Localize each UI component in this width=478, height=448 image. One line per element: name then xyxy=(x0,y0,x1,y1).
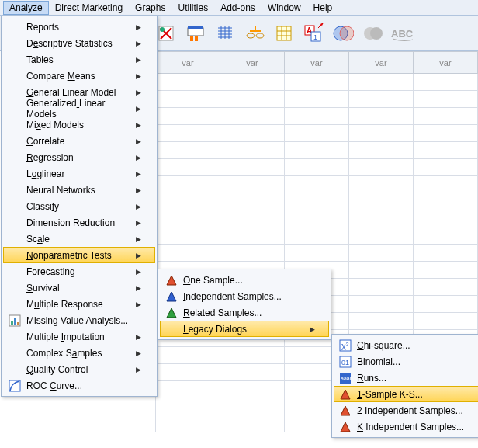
analyze-item-mixed-models[interactable]: Mixed Models▶ xyxy=(3,116,155,133)
cell[interactable] xyxy=(349,108,414,125)
cell[interactable] xyxy=(285,159,349,176)
cell[interactable] xyxy=(156,398,220,415)
cell[interactable] xyxy=(156,364,220,381)
menubar-item-analyze[interactable]: Analyze xyxy=(3,1,49,15)
cell[interactable] xyxy=(285,142,349,159)
cell[interactable] xyxy=(156,108,220,125)
cell[interactable] xyxy=(285,74,349,91)
legacy-item-binomial[interactable]: 01Binomial... xyxy=(334,353,478,370)
cell[interactable] xyxy=(414,193,478,210)
nonparam-item-independent-samples[interactable]: Independent Samples... xyxy=(160,288,329,304)
cell[interactable] xyxy=(285,125,349,142)
cell[interactable] xyxy=(285,91,349,108)
nonparam-item-legacy-dialogs[interactable]: Legacy Dialogs▶ xyxy=(160,321,329,337)
cell[interactable] xyxy=(220,381,285,398)
analyze-item-regression[interactable]: Regression▶ xyxy=(3,149,155,165)
analyze-item-classify[interactable]: Classify▶ xyxy=(3,198,155,214)
cell[interactable] xyxy=(285,108,349,125)
analyze-item-scale[interactable]: Scale▶ xyxy=(3,231,155,247)
analyze-item-multiple-response[interactable]: Multiple Response▶ xyxy=(3,296,155,312)
menubar-item-help[interactable]: Help xyxy=(307,1,339,15)
cell[interactable] xyxy=(156,176,220,193)
cell[interactable] xyxy=(349,313,414,330)
cell[interactable] xyxy=(349,245,414,262)
cell[interactable] xyxy=(220,142,285,159)
cell[interactable] xyxy=(156,142,220,159)
cell[interactable] xyxy=(349,279,414,296)
analyze-item-loglinear[interactable]: Loglinear▶ xyxy=(3,165,155,182)
cell[interactable] xyxy=(220,193,285,210)
toolbar-icon-2[interactable] xyxy=(185,23,206,44)
toolbar-icon-3[interactable] xyxy=(214,23,236,44)
cell[interactable] xyxy=(156,91,220,108)
analyze-item-tables[interactable]: Tables▶ xyxy=(3,51,155,68)
legacy-item-2-independent-samples[interactable]: 2 Independent Samples... xyxy=(334,402,478,418)
analyze-item-descriptive-statistics[interactable]: Descriptive Statistics▶ xyxy=(3,35,155,51)
menubar-item-direct-marketing[interactable]: Direct Marketing xyxy=(49,1,129,15)
toolbar-icon-7[interactable] xyxy=(332,23,354,44)
toolbar-icon-6[interactable]: A1 xyxy=(303,23,324,44)
legacy-item-chi-square[interactable]: χ²Chi-square... xyxy=(334,337,478,353)
cell[interactable] xyxy=(349,193,414,210)
cell[interactable] xyxy=(414,313,478,330)
cell[interactable] xyxy=(349,296,414,313)
cell[interactable] xyxy=(414,210,478,227)
menubar-item-utilities[interactable]: Utilities xyxy=(171,1,214,15)
menubar-item-window[interactable]: Window xyxy=(262,1,307,15)
cell[interactable] xyxy=(414,262,478,279)
analyze-item-generalized-linear-models[interactable]: Generalized Linear Models▶ xyxy=(3,100,155,116)
cell[interactable] xyxy=(349,262,414,279)
cell[interactable] xyxy=(414,125,478,142)
analyze-item-neural-networks[interactable]: Neural Networks▶ xyxy=(3,182,155,198)
nonparam-item-related-samples[interactable]: Related Samples... xyxy=(160,304,329,321)
analyze-item-roc-curve[interactable]: ROC Curve... xyxy=(3,377,155,394)
cell[interactable] xyxy=(156,415,220,432)
cell[interactable] xyxy=(349,142,414,159)
toolbar-icon-1[interactable] xyxy=(155,23,177,44)
cell[interactable] xyxy=(349,91,414,108)
cell[interactable] xyxy=(156,245,220,262)
cell[interactable] xyxy=(414,159,478,176)
cell[interactable] xyxy=(156,347,220,364)
cell[interactable] xyxy=(349,210,414,227)
cell[interactable] xyxy=(156,381,220,398)
column-header[interactable]: var xyxy=(220,52,285,74)
column-header[interactable]: var xyxy=(349,52,414,74)
cell[interactable] xyxy=(414,227,478,245)
cell[interactable] xyxy=(285,193,349,210)
cell[interactable] xyxy=(285,210,349,227)
cell[interactable] xyxy=(220,415,285,432)
cell[interactable] xyxy=(285,176,349,193)
cell[interactable] xyxy=(220,176,285,193)
analyze-item-complex-samples[interactable]: Complex Samples▶ xyxy=(3,345,155,361)
cell[interactable] xyxy=(220,227,285,245)
cell[interactable] xyxy=(414,245,478,262)
analyze-item-multiple-imputation[interactable]: Multiple Imputation▶ xyxy=(3,328,155,345)
analyze-item-forecasting[interactable]: Forecasting▶ xyxy=(3,263,155,280)
cell[interactable] xyxy=(220,91,285,108)
cell[interactable] xyxy=(220,245,285,262)
cell[interactable] xyxy=(220,108,285,125)
cell[interactable] xyxy=(414,279,478,296)
cell[interactable] xyxy=(349,74,414,91)
analyze-item-reports[interactable]: Reports▶ xyxy=(3,19,155,35)
legacy-item-1-sample-k-s[interactable]: 1-Sample K-S... xyxy=(334,386,478,402)
analyze-item-correlate[interactable]: Correlate▶ xyxy=(3,133,155,149)
cell[interactable] xyxy=(285,227,349,245)
cell[interactable] xyxy=(156,125,220,142)
cell[interactable] xyxy=(414,142,478,159)
toolbar-icon-9[interactable]: ABC xyxy=(391,23,413,44)
menubar-item-add-ons[interactable]: Add-ons xyxy=(214,1,262,15)
toolbar-icon-5[interactable] xyxy=(273,23,295,44)
legacy-item-k-independent-samples[interactable]: K Independent Samples... xyxy=(334,418,478,435)
toolbar-icon-8[interactable] xyxy=(362,23,383,44)
toolbar-icon-4[interactable] xyxy=(244,23,265,44)
analyze-item-compare-means[interactable]: Compare Means▶ xyxy=(3,68,155,84)
legacy-item-runs[interactable]: aaabRuns... xyxy=(334,370,478,386)
analyze-item-quality-control[interactable]: Quality Control▶ xyxy=(3,361,155,377)
cell[interactable] xyxy=(156,159,220,176)
column-header[interactable]: var xyxy=(285,52,349,74)
cell[interactable] xyxy=(414,176,478,193)
menubar-item-graphs[interactable]: Graphs xyxy=(129,1,171,15)
cell[interactable] xyxy=(349,176,414,193)
